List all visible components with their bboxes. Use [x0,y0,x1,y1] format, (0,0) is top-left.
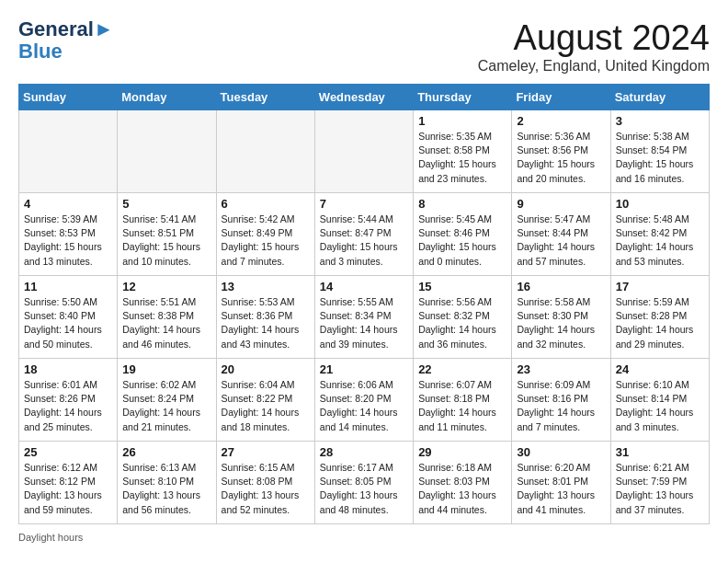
calendar-cell: 4Sunrise: 5:39 AM Sunset: 8:53 PM Daylig… [19,193,118,276]
day-number: 12 [122,280,210,293]
page-header: General► Blue August 2024 Cameley, Engla… [18,18,710,75]
col-friday: Friday [512,85,610,110]
calendar-cell: 8Sunrise: 5:45 AM Sunset: 8:46 PM Daylig… [414,193,512,276]
col-monday: Monday [118,85,216,110]
calendar-cell: 16Sunrise: 5:58 AM Sunset: 8:30 PM Dayli… [512,276,610,359]
calendar-cell: 28Sunrise: 6:17 AM Sunset: 8:05 PM Dayli… [314,442,413,524]
calendar-week-1: 1Sunrise: 5:35 AM Sunset: 8:58 PM Daylig… [19,110,710,193]
col-thursday: Thursday [414,85,512,110]
day-info: Sunrise: 6:06 AM Sunset: 8:20 PM Dayligh… [320,378,408,434]
day-number: 7 [320,197,408,211]
calendar-cell: 12Sunrise: 5:51 AM Sunset: 8:38 PM Dayli… [118,276,216,359]
col-saturday: Saturday [610,85,709,110]
calendar-cell: 24Sunrise: 6:10 AM Sunset: 8:14 PM Dayli… [610,359,709,442]
day-info: Sunrise: 6:18 AM Sunset: 8:03 PM Dayligh… [418,461,506,517]
col-wednesday: Wednesday [314,85,413,110]
calendar-cell: 11Sunrise: 5:50 AM Sunset: 8:40 PM Dayli… [19,276,118,359]
col-tuesday: Tuesday [216,85,314,110]
day-number: 27 [222,445,310,459]
day-info: Sunrise: 5:47 AM Sunset: 8:44 PM Dayligh… [517,213,605,269]
day-number: 3 [616,114,704,128]
calendar-week-5: 25Sunrise: 6:12 AM Sunset: 8:12 PM Dayli… [19,442,710,524]
day-number: 28 [320,445,408,459]
day-info: Sunrise: 5:44 AM Sunset: 8:47 PM Dayligh… [320,213,408,269]
day-number: 6 [222,197,310,211]
calendar-cell: 5Sunrise: 5:41 AM Sunset: 8:51 PM Daylig… [118,193,216,276]
calendar-cell [118,110,216,193]
day-number: 21 [320,362,408,376]
day-info: Sunrise: 5:35 AM Sunset: 8:58 PM Dayligh… [418,130,506,186]
calendar-cell: 9Sunrise: 5:47 AM Sunset: 8:44 PM Daylig… [512,193,610,276]
day-info: Sunrise: 5:56 AM Sunset: 8:32 PM Dayligh… [418,295,506,351]
calendar-week-2: 4Sunrise: 5:39 AM Sunset: 8:53 PM Daylig… [19,193,710,276]
calendar-cell: 18Sunrise: 6:01 AM Sunset: 8:26 PM Dayli… [19,359,118,442]
day-number: 1 [418,114,506,128]
logo-line2: Blue [18,40,114,63]
calendar-cell: 13Sunrise: 5:53 AM Sunset: 8:36 PM Dayli… [216,276,314,359]
calendar-cell: 2Sunrise: 5:36 AM Sunset: 8:56 PM Daylig… [512,110,610,193]
day-number: 9 [517,197,605,211]
calendar-cell: 30Sunrise: 6:20 AM Sunset: 8:01 PM Dayli… [512,442,610,524]
day-info: Sunrise: 5:55 AM Sunset: 8:34 PM Dayligh… [320,295,408,351]
day-info: Sunrise: 6:21 AM Sunset: 7:59 PM Dayligh… [616,461,704,517]
day-info: Sunrise: 6:07 AM Sunset: 8:18 PM Dayligh… [418,378,506,434]
calendar-cell: 3Sunrise: 5:38 AM Sunset: 8:54 PM Daylig… [610,110,709,193]
day-number: 18 [24,362,112,376]
calendar-cell: 21Sunrise: 6:06 AM Sunset: 8:20 PM Dayli… [314,359,413,442]
day-info: Sunrise: 6:17 AM Sunset: 8:05 PM Dayligh… [320,461,408,517]
day-info: Sunrise: 6:13 AM Sunset: 8:10 PM Dayligh… [122,461,210,517]
calendar-week-4: 18Sunrise: 6:01 AM Sunset: 8:26 PM Dayli… [19,359,710,442]
calendar-cell: 20Sunrise: 6:04 AM Sunset: 8:22 PM Dayli… [216,359,314,442]
day-number: 20 [222,362,310,376]
day-number: 22 [418,362,506,376]
day-number: 14 [320,280,408,293]
day-info: Sunrise: 5:41 AM Sunset: 8:51 PM Dayligh… [122,213,210,269]
location-title: Cameley, England, United Kingdom [478,58,710,75]
calendar-cell: 27Sunrise: 6:15 AM Sunset: 8:08 PM Dayli… [216,442,314,524]
day-number: 4 [24,197,112,211]
day-number: 26 [122,445,210,459]
footer-note: Daylight hours [18,532,710,543]
day-info: Sunrise: 5:53 AM Sunset: 8:36 PM Dayligh… [222,295,310,351]
calendar-cell: 14Sunrise: 5:55 AM Sunset: 8:34 PM Dayli… [314,276,413,359]
calendar-cell: 15Sunrise: 5:56 AM Sunset: 8:32 PM Dayli… [414,276,512,359]
calendar-cell: 6Sunrise: 5:42 AM Sunset: 8:49 PM Daylig… [216,193,314,276]
month-title: August 2024 [478,18,710,58]
day-number: 31 [616,445,704,459]
day-number: 15 [418,280,506,293]
calendar-cell: 19Sunrise: 6:02 AM Sunset: 8:24 PM Dayli… [118,359,216,442]
day-info: Sunrise: 5:51 AM Sunset: 8:38 PM Dayligh… [122,295,210,351]
day-info: Sunrise: 6:20 AM Sunset: 8:01 PM Dayligh… [517,461,605,517]
day-info: Sunrise: 6:02 AM Sunset: 8:24 PM Dayligh… [122,378,210,434]
day-number: 25 [24,445,112,459]
day-number: 8 [418,197,506,211]
day-info: Sunrise: 5:45 AM Sunset: 8:46 PM Dayligh… [418,213,506,269]
logo: General► Blue [18,18,114,63]
calendar-cell: 10Sunrise: 5:48 AM Sunset: 8:42 PM Dayli… [610,193,709,276]
day-info: Sunrise: 5:59 AM Sunset: 8:28 PM Dayligh… [616,295,704,351]
calendar-cell: 25Sunrise: 6:12 AM Sunset: 8:12 PM Dayli… [19,442,118,524]
day-number: 2 [517,114,605,128]
calendar-cell: 23Sunrise: 6:09 AM Sunset: 8:16 PM Dayli… [512,359,610,442]
day-number: 19 [122,362,210,376]
day-number: 5 [122,197,210,211]
col-sunday: Sunday [19,85,118,110]
day-info: Sunrise: 6:01 AM Sunset: 8:26 PM Dayligh… [24,378,112,434]
calendar-table: Sunday Monday Tuesday Wednesday Thursday… [18,84,710,524]
day-info: Sunrise: 5:50 AM Sunset: 8:40 PM Dayligh… [24,295,112,351]
day-number: 16 [517,280,605,293]
day-info: Sunrise: 6:04 AM Sunset: 8:22 PM Dayligh… [222,378,310,434]
day-info: Sunrise: 5:36 AM Sunset: 8:56 PM Dayligh… [517,130,605,186]
logo-text: General► [18,18,114,40]
day-number: 24 [616,362,704,376]
calendar-cell: 29Sunrise: 6:18 AM Sunset: 8:03 PM Dayli… [414,442,512,524]
calendar-cell: 31Sunrise: 6:21 AM Sunset: 7:59 PM Dayli… [610,442,709,524]
day-number: 23 [517,362,605,376]
calendar-cell: 7Sunrise: 5:44 AM Sunset: 8:47 PM Daylig… [314,193,413,276]
calendar-cell [216,110,314,193]
day-info: Sunrise: 5:39 AM Sunset: 8:53 PM Dayligh… [24,213,112,269]
day-info: Sunrise: 6:10 AM Sunset: 8:14 PM Dayligh… [616,378,704,434]
calendar-cell: 1Sunrise: 5:35 AM Sunset: 8:58 PM Daylig… [414,110,512,193]
calendar-cell: 22Sunrise: 6:07 AM Sunset: 8:18 PM Dayli… [414,359,512,442]
calendar-cell: 26Sunrise: 6:13 AM Sunset: 8:10 PM Dayli… [118,442,216,524]
